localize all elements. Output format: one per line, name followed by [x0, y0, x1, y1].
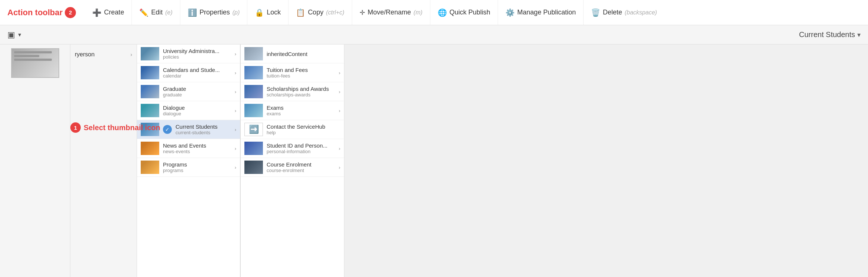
child-chevron-icon: ›	[339, 70, 340, 76]
child-sub: exams	[267, 111, 335, 116]
item-thumbnail	[141, 161, 159, 174]
child-item[interactable]: Course Enrolment course-enrolment ›	[241, 158, 344, 177]
properties-button[interactable]: ℹ️ Properties (p)	[180, 0, 248, 25]
create-label: Create	[104, 9, 124, 16]
item-text: Calendars and Stude... calendar	[163, 67, 230, 79]
delete-label: Delete	[603, 9, 622, 16]
edit-button[interactable]: ✏️ Edit (e)	[132, 0, 180, 25]
top-bar-left: ▣ ▾	[7, 30, 21, 40]
child-thumbnail	[244, 66, 263, 79]
current-section-title: Current Students	[799, 30, 855, 39]
item-text: Current Students current-students	[176, 123, 230, 135]
item-thumbnail	[141, 47, 159, 60]
child-sub: scholarships-awards	[267, 92, 335, 98]
section-chevron-icon[interactable]: ▾	[857, 31, 861, 39]
child-name: Tuition and Fees	[267, 67, 335, 73]
child-thumbnail	[244, 47, 263, 60]
globe-icon: 🌐	[438, 8, 447, 17]
item-thumbnail	[141, 104, 159, 117]
item-thumbnail	[141, 85, 159, 98]
breadcrumb: Current Students ▾	[799, 30, 861, 39]
thumbnail-item[interactable]	[11, 48, 59, 78]
delete-icon: 🗑️	[591, 8, 600, 17]
copy-label: Copy	[308, 9, 323, 16]
child-text: Course Enrolment course-enrolment	[267, 161, 335, 173]
item-chevron-icon: ›	[235, 108, 236, 113]
main-area: ▣ ▾ Current Students ▾ 1 Select thumbnai	[0, 25, 868, 277]
item-sub: dialogue	[163, 111, 230, 116]
item-name: Graduate	[163, 86, 230, 92]
child-thumbnail	[244, 142, 263, 155]
item-sub: current-students	[176, 130, 230, 135]
child-item[interactable]: inheritedContent	[241, 44, 344, 63]
manage-pub-icon: ⚙️	[505, 8, 515, 17]
item-text: News and Events news-events	[163, 142, 230, 154]
list-item[interactable]: Programs programs ›	[137, 158, 240, 177]
ryerson-item[interactable]: ryerson ›	[70, 48, 137, 61]
item-thumbnail	[141, 123, 159, 136]
child-item[interactable]: Tuition and Fees tuition-fees ›	[241, 63, 344, 82]
child-chevron-icon: ›	[339, 89, 340, 95]
child-thumbnail: ➡️	[244, 123, 263, 136]
move-icon: ✛	[360, 9, 365, 17]
item-chevron-icon: ›	[235, 165, 236, 170]
top-bar: ▣ ▾ Current Students ▾	[0, 25, 868, 44]
ryerson-chevron-icon: ›	[130, 52, 132, 57]
lock-icon: 🔒	[255, 8, 264, 17]
item-sub: policies	[163, 54, 230, 60]
list-item[interactable]: News and Events news-events ›	[137, 139, 240, 158]
item-chevron-icon: ›	[235, 89, 236, 95]
child-sub: personal-information	[267, 149, 335, 154]
child-item[interactable]: ➡️ Contact the ServiceHub help	[241, 120, 344, 139]
child-name: Contact the ServiceHub	[267, 123, 340, 130]
move-rename-button[interactable]: ✛ Move/Rename (m)	[352, 0, 430, 25]
child-item[interactable]: Student ID and Person... personal-inform…	[241, 139, 344, 158]
copy-button[interactable]: 📋 Copy (ctrl+c)	[288, 0, 352, 25]
child-name: Exams	[267, 105, 335, 111]
child-thumbnail	[244, 104, 263, 117]
child-text: Contact the ServiceHub help	[267, 123, 340, 135]
item-chevron-icon: ›	[235, 51, 236, 57]
child-item[interactable]: Scholarships and Awards scholarships-awa…	[241, 82, 344, 101]
child-text: Student ID and Person... personal-inform…	[267, 142, 335, 154]
list-item[interactable]: Calendars and Stude... calendar ›	[137, 63, 240, 82]
quick-publish-button[interactable]: 🌐 Quick Publish	[430, 0, 498, 25]
create-button[interactable]: ➕ Create	[85, 0, 132, 25]
list-item[interactable]: Dialogue dialogue ›	[137, 101, 240, 120]
properties-shortcut: (p)	[233, 9, 240, 16]
list-item[interactable]: University Administra... policies ›	[137, 44, 240, 63]
copy-icon: 📋	[296, 8, 305, 17]
item-sub: programs	[163, 168, 230, 173]
child-text: Exams exams	[267, 105, 335, 116]
right-empty-area	[344, 44, 868, 277]
thumbnail-sidebar	[0, 44, 70, 277]
child-text: Scholarships and Awards scholarships-awa…	[267, 86, 335, 98]
item-thumbnail	[141, 142, 159, 155]
delete-button[interactable]: 🗑️ Delete (backspace)	[584, 0, 664, 25]
item-name: Current Students	[176, 123, 230, 130]
child-item[interactable]: Exams exams ›	[241, 101, 344, 120]
item-name: News and Events	[163, 142, 230, 149]
ryerson-label: ryerson	[75, 51, 94, 58]
item-chevron-icon: ›	[235, 127, 236, 132]
info-icon: ℹ️	[188, 8, 197, 17]
col-children: inheritedContent Tuition and Fees tuitio…	[241, 44, 344, 277]
lock-label: Lock	[267, 9, 281, 16]
lock-button[interactable]: 🔒 Lock	[247, 0, 288, 25]
manage-publication-label: Manage Publication	[517, 9, 576, 16]
item-thumbnail	[141, 66, 159, 79]
manage-publication-button[interactable]: ⚙️ Manage Publication	[498, 0, 584, 25]
move-rename-label: Move/Rename	[368, 9, 411, 16]
move-shortcut: (m)	[414, 9, 423, 16]
delete-shortcut: (backspace)	[625, 9, 657, 16]
item-text: Graduate graduate	[163, 86, 230, 98]
item-name: Calendars and Stude...	[163, 67, 230, 73]
sidebar-toggle-button[interactable]: ▣	[7, 30, 15, 40]
edit-shortcut: (e)	[165, 9, 173, 16]
chevron-down-icon[interactable]: ▾	[18, 31, 21, 38]
current-students-item[interactable]: ✓ Current Students current-students ›	[137, 120, 240, 139]
toolbar-badge: 2	[65, 7, 76, 18]
content-wrapper: 1 Select thumbnail icon ryerson › Univer…	[70, 44, 868, 277]
list-item[interactable]: Graduate graduate ›	[137, 82, 240, 101]
item-chevron-icon: ›	[235, 146, 236, 151]
